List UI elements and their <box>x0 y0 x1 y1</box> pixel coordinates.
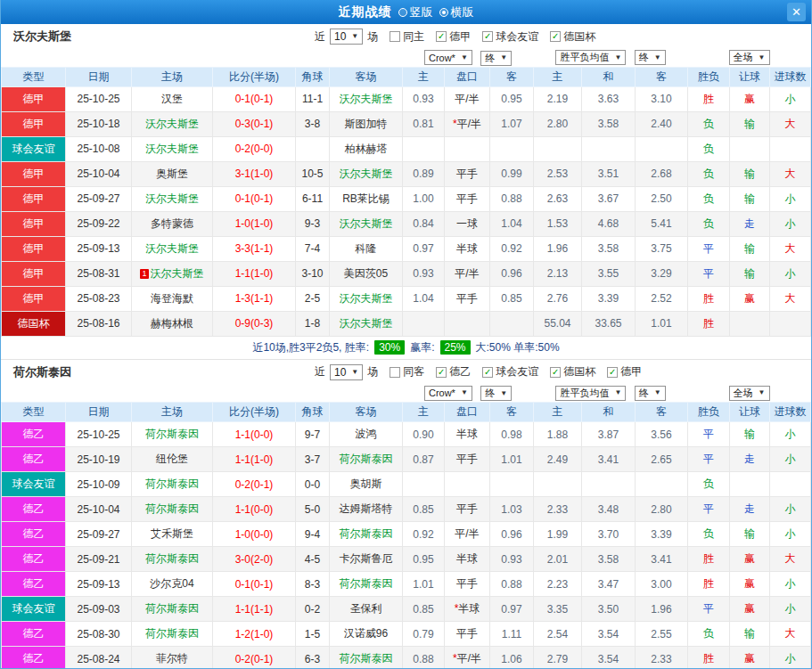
radio-unselected-icon <box>398 8 407 17</box>
away-win-odds: 2.80 <box>636 497 688 522</box>
checkbox-label: 德国杯 <box>563 364 595 379</box>
asian-home-odds: 0.84 <box>403 211 445 236</box>
checkbox-label: 德甲 <box>620 364 642 379</box>
chevron-down-icon: ▼ <box>759 54 766 61</box>
match-date: 25-09-13 <box>66 236 132 261</box>
column-header-row: 类型 日期 主场 比分(半场) 角球 客场 主 盘口 客 主 和 客 胜负 让球… <box>2 403 811 422</box>
checkbox-label: 德乙 <box>449 364 471 379</box>
home-team-name: 汉堡 <box>161 93 183 105</box>
europe-final-select[interactable]: 终▼ <box>635 50 666 65</box>
match-row: 德甲25-09-13沃尔夫斯堡3-3(1-1)7-4科隆0.97半球0.921.… <box>2 236 811 261</box>
goals-result: 小 <box>770 186 811 211</box>
match-result: 平 <box>688 497 730 522</box>
chevron-down-icon: ▼ <box>500 54 507 61</box>
home-win-odds: 2.49 <box>534 447 582 472</box>
col-header-win: 主 <box>534 403 582 422</box>
corner-score: 5-0 <box>296 497 330 522</box>
asian-handicap <box>445 136 490 161</box>
corner-score: 7-4 <box>296 236 330 261</box>
goals-result: 小 <box>770 422 811 447</box>
away-team-name: 沃尔夫斯堡 <box>340 93 393 105</box>
odds-company-select[interactable]: Crow*▼ <box>424 386 472 401</box>
home-team-name: 菲尔特 <box>156 652 188 665</box>
radio-horizontal-label: 横版 <box>451 4 474 20</box>
goals-result <box>770 136 811 161</box>
league-filter-checkboxes: 同客✓德乙✓球会友谊✓德国杯✓德甲 <box>390 364 653 379</box>
away-team-name: RB莱比锡 <box>342 192 390 205</box>
layout-radio-horizontal[interactable]: 横版 <box>439 4 474 20</box>
asian-odds-controls: Crow*▼ 终▼ <box>403 49 534 67</box>
filter-checkbox[interactable]: ✓球会友谊 <box>482 29 538 45</box>
filter-checkbox[interactable]: 同客 <box>390 364 424 379</box>
away-team: 美因茨05 <box>330 261 403 286</box>
home-team: 荷尔斯泰因 <box>132 622 213 647</box>
final-score: 1-2(1-0) <box>213 622 296 647</box>
match-date: 25-08-30 <box>66 622 132 647</box>
asian-handicap: 平手 <box>445 572 490 597</box>
goals-result: 大 <box>770 286 811 311</box>
home-team: 汉堡 <box>132 86 213 111</box>
europe-odds-select[interactable]: 胜平负均值▼ <box>555 386 626 401</box>
col-header-asian-away: 客 <box>490 403 534 422</box>
match-result: 胜 <box>688 572 730 597</box>
match-result: 胜 <box>688 286 730 311</box>
away-team-name: 奥胡斯 <box>350 477 382 490</box>
col-header-handicap: 盘口 <box>445 403 490 422</box>
league-badge: 德甲 <box>2 261 66 286</box>
handicap-result: 输 <box>730 236 770 261</box>
filter-checkbox[interactable]: ✓德甲 <box>607 364 642 379</box>
home-win-odds: 3.35 <box>534 597 582 622</box>
scope-select[interactable]: 全场▼ <box>729 386 770 401</box>
home-team: 沃尔夫斯堡 <box>132 236 213 261</box>
europe-final-select[interactable]: 终▼ <box>635 386 666 401</box>
filter-checkbox[interactable]: ✓德国杯 <box>550 29 595 45</box>
final-score: 0-2(0-1) <box>213 647 296 669</box>
odds-company-select[interactable]: Crow*▼ <box>424 50 472 65</box>
home-team: 沃尔夫斯堡 <box>132 186 213 211</box>
asian-handicap: 平/半 <box>445 261 490 286</box>
asian-final-select[interactable]: 终▼ <box>480 386 512 401</box>
league-badge: 德国杯 <box>2 311 66 336</box>
handicap-result <box>730 136 770 161</box>
filter-checkbox[interactable]: 同主 <box>390 29 424 45</box>
col-header-asian-away: 客 <box>490 67 534 86</box>
europe-odds-select[interactable]: 胜平负均值▼ <box>555 50 626 65</box>
radio-vertical-label: 竖版 <box>410 4 433 20</box>
close-button[interactable]: ✕ <box>787 3 806 21</box>
games-label: 场 <box>367 29 378 45</box>
draw-odds: 3.50 <box>582 597 636 622</box>
filter-checkbox[interactable]: ✓球会友谊 <box>482 364 538 379</box>
final-score: 0-1(0-1) <box>213 572 296 597</box>
home-team: 纽伦堡 <box>132 447 213 472</box>
asian-handicap: 半球 <box>445 236 490 261</box>
asian-handicap: 平手 <box>445 497 490 522</box>
away-team-name: 达姆斯塔特 <box>340 502 393 515</box>
match-row: 德甲25-09-27沃尔夫斯堡0-1(0-1)6-11RB莱比锡1.00平手0.… <box>2 186 811 211</box>
filter-checkbox[interactable]: ✓德国杯 <box>550 364 595 379</box>
recent-count-select[interactable]: 10 ▼ <box>330 29 363 45</box>
scope-select[interactable]: 全场▼ <box>729 50 770 65</box>
europe-final-value: 终 <box>639 51 649 64</box>
goals-result: 小 <box>770 647 811 669</box>
filter-checkbox[interactable]: ✓德甲 <box>436 29 471 45</box>
chevron-down-icon: ▼ <box>654 389 661 396</box>
corner-score: 1-8 <box>296 311 330 336</box>
home-team: 1沃尔夫斯堡 <box>132 261 213 286</box>
asian-handicap: 平手 <box>445 161 490 186</box>
draw-odds: 3.47 <box>582 572 636 597</box>
league-badge: 球会友谊 <box>2 136 66 161</box>
layout-radio-vertical[interactable]: 竖版 <box>398 4 433 20</box>
corner-score: 3-7 <box>296 447 330 472</box>
final-score: 0-2(0-0) <box>213 136 296 161</box>
away-win-odds: 5.41 <box>636 211 688 236</box>
match-result: 胜 <box>688 86 730 111</box>
column-header-row: 类型 日期 主场 比分(半场) 角球 客场 主 盘口 客 主 和 客 胜负 让球… <box>2 67 811 86</box>
match-table: Crow*▼ 终▼ 胜平负均值▼ 终▼ 全场▼ 类型 日期 主场 比分(半场) <box>1 49 811 337</box>
match-row: 德甲25-10-04奥斯堡3-1(1-0)10-5沃尔夫斯堡0.89平手0.99… <box>2 161 811 186</box>
filter-checkbox[interactable]: ✓德乙 <box>436 364 471 379</box>
recent-count-select[interactable]: 10 ▼ <box>330 364 363 380</box>
asian-home-odds: 0.79 <box>403 622 445 647</box>
asian-final-select[interactable]: 终▼ <box>480 51 512 66</box>
draw-odds: 3.70 <box>582 522 636 547</box>
corner-score: 8-3 <box>296 572 330 597</box>
